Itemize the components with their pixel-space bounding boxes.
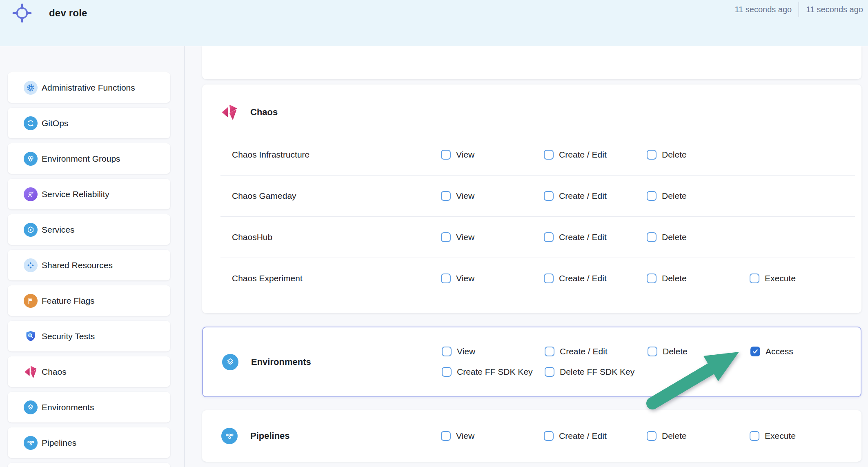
shared-resources-icon bbox=[24, 258, 38, 272]
sidebar-item-partial bbox=[8, 463, 170, 467]
sidebar-item-service-reliability[interactable]: Service Reliability bbox=[8, 179, 170, 209]
sidebar-item-environment-groups[interactable]: Environment Groups bbox=[8, 143, 170, 174]
permission-delete[interactable]: Delete bbox=[647, 274, 750, 283]
view-checkbox[interactable] bbox=[441, 191, 451, 201]
pipelines-chain-icon bbox=[24, 436, 38, 450]
environments-card-header: Environments bbox=[222, 327, 311, 396]
permission-label: Execute bbox=[765, 431, 796, 441]
permission-delete[interactable]: Delete bbox=[647, 232, 750, 242]
view-checkbox[interactable] bbox=[441, 431, 451, 441]
execute-checkbox[interactable] bbox=[750, 431, 759, 441]
permission-label: Create FF SDK Key bbox=[457, 367, 533, 377]
pipelines-card-title: Pipelines bbox=[250, 431, 290, 441]
check-icon bbox=[752, 348, 759, 355]
create-edit-checkbox[interactable] bbox=[544, 150, 554, 160]
timestamp-2: 11 seconds ago bbox=[806, 5, 863, 14]
resource-sidebar: Administrative Functions GitOps bbox=[8, 72, 170, 467]
sidebar-item-label: Environments bbox=[42, 403, 94, 412]
permission-view[interactable]: View bbox=[442, 347, 545, 356]
chaos-card-header: Chaos bbox=[221, 104, 278, 120]
permission-delete[interactable]: Delete bbox=[647, 150, 750, 160]
chaos-permission-rows: Chaos Infrastructure View Create / Edit … bbox=[202, 134, 861, 299]
role-permissions-page: dev role 11 seconds ago 11 seconds ago A… bbox=[0, 0, 868, 467]
view-checkbox[interactable] bbox=[441, 274, 451, 283]
create-edit-checkbox[interactable] bbox=[544, 191, 554, 201]
sidebar-item-gitops[interactable]: GitOps bbox=[8, 108, 170, 138]
sidebar-item-environments[interactable]: Environments bbox=[8, 392, 170, 423]
view-checkbox[interactable] bbox=[441, 150, 451, 160]
page-title: dev role bbox=[49, 0, 87, 26]
delete-checkbox[interactable] bbox=[648, 347, 657, 356]
permission-label: Create / Edit bbox=[559, 232, 607, 242]
sidebar-item-label: Services bbox=[42, 225, 75, 235]
permission-label: Delete bbox=[662, 431, 687, 441]
permission-create-edit[interactable]: Create / Edit bbox=[544, 150, 647, 160]
permission-view[interactable]: View bbox=[441, 191, 544, 201]
permission-label: View bbox=[456, 150, 474, 160]
permission-create-edit[interactable]: Create / Edit bbox=[544, 431, 647, 441]
permission-label: Delete FF SDK Key bbox=[560, 367, 634, 377]
permission-create-ff-sdk-key[interactable]: Create FF SDK Key bbox=[442, 367, 545, 377]
feature-flag-icon bbox=[24, 294, 38, 308]
sidebar-item-feature-flags[interactable]: Feature Flags bbox=[8, 285, 170, 316]
create-edit-checkbox[interactable] bbox=[544, 232, 554, 242]
permission-create-edit[interactable]: Create / Edit bbox=[544, 274, 647, 283]
access-checkbox[interactable] bbox=[750, 347, 760, 356]
role-target-icon bbox=[12, 3, 32, 23]
resource-label: ChaosHub bbox=[202, 232, 441, 242]
page-header: dev role 11 seconds ago 11 seconds ago bbox=[0, 0, 868, 46]
sidebar-item-label: Chaos bbox=[42, 367, 67, 377]
create-edit-checkbox[interactable] bbox=[544, 431, 554, 441]
permission-create-edit[interactable]: Create / Edit bbox=[545, 347, 648, 356]
permission-row-chaoshub: ChaosHub View Create / Edit Delete bbox=[202, 217, 861, 258]
delete-checkbox[interactable] bbox=[647, 274, 657, 283]
create-edit-checkbox[interactable] bbox=[544, 274, 554, 283]
permission-delete[interactable]: Delete bbox=[647, 191, 750, 201]
permission-execute[interactable]: Execute bbox=[750, 274, 861, 283]
chaos-pinwheel-icon bbox=[221, 104, 238, 120]
environments-card-title: Environments bbox=[251, 357, 311, 367]
permission-label: Delete bbox=[662, 232, 687, 242]
permission-view[interactable]: View bbox=[441, 150, 544, 160]
permission-view[interactable]: View bbox=[441, 232, 544, 242]
delete-checkbox[interactable] bbox=[647, 232, 657, 242]
partial-card-top bbox=[202, 46, 861, 79]
permission-label: Create / Edit bbox=[559, 274, 607, 283]
permission-delete[interactable]: Delete bbox=[648, 347, 750, 356]
permission-view[interactable]: View bbox=[441, 274, 544, 283]
permission-label: Create / Edit bbox=[560, 347, 608, 356]
view-checkbox[interactable] bbox=[441, 232, 451, 242]
resource-label: Chaos Gameday bbox=[202, 191, 441, 201]
execute-checkbox[interactable] bbox=[750, 274, 759, 283]
create-ff-sdk-key-checkbox[interactable] bbox=[442, 367, 452, 377]
sidebar-item-label: GitOps bbox=[42, 118, 68, 128]
sidebar-item-chaos[interactable]: Chaos bbox=[8, 356, 170, 387]
permission-delete-ff-sdk-key[interactable]: Delete FF SDK Key bbox=[545, 367, 648, 377]
permission-view[interactable]: View bbox=[441, 431, 544, 441]
delete-checkbox[interactable] bbox=[647, 431, 657, 441]
sidebar-item-shared-resources[interactable]: Shared Resources bbox=[8, 250, 170, 280]
permission-execute[interactable]: Execute bbox=[750, 431, 861, 441]
sidebar-item-pipelines[interactable]: Pipelines bbox=[8, 427, 170, 458]
permission-create-edit[interactable]: Create / Edit bbox=[544, 232, 647, 242]
view-checkbox[interactable] bbox=[442, 347, 452, 356]
create-edit-checkbox[interactable] bbox=[545, 347, 554, 356]
permission-label: Execute bbox=[765, 274, 796, 283]
sidebar-item-administrative-functions[interactable]: Administrative Functions bbox=[8, 72, 170, 103]
pipelines-card-header: Pipelines bbox=[202, 428, 441, 444]
permission-access[interactable]: Access bbox=[750, 347, 793, 356]
chaos-pinwheel-icon bbox=[24, 365, 38, 379]
delete-checkbox[interactable] bbox=[647, 191, 657, 201]
permission-delete[interactable]: Delete bbox=[647, 431, 750, 441]
sidebar-item-security-tests[interactable]: Security Tests bbox=[8, 321, 170, 351]
sidebar-item-services[interactable]: Services bbox=[8, 214, 170, 245]
permission-label: Create / Edit bbox=[559, 191, 607, 201]
sidebar-item-label: Feature Flags bbox=[42, 296, 95, 306]
delete-checkbox[interactable] bbox=[647, 150, 657, 160]
permission-label: Delete bbox=[662, 191, 687, 201]
permission-create-edit[interactable]: Create / Edit bbox=[544, 191, 647, 201]
chaos-permissions-card: Chaos Chaos Infrastructure View Create /… bbox=[202, 85, 861, 313]
delete-ff-sdk-key-checkbox[interactable] bbox=[545, 367, 554, 377]
permission-label: Access bbox=[766, 347, 793, 356]
permission-label: Create / Edit bbox=[559, 150, 607, 160]
